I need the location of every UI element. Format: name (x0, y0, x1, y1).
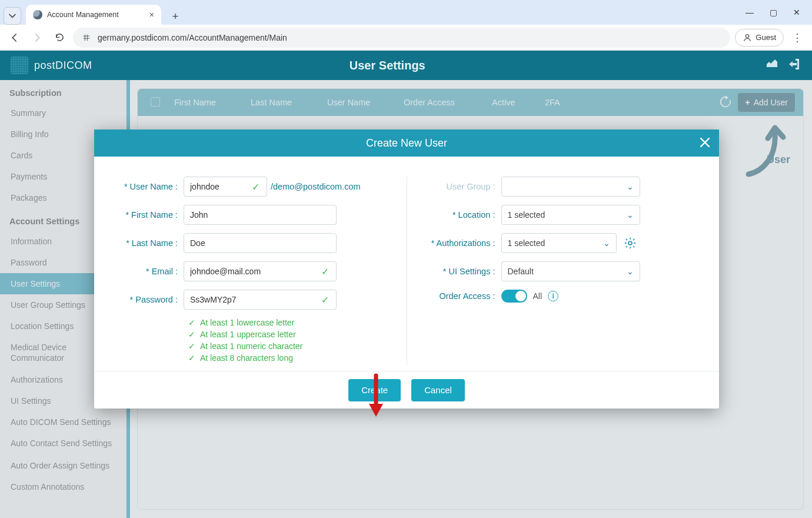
password-input[interactable] (184, 290, 337, 310)
window-controls: — ▢ ✕ (745, 8, 808, 17)
authorizations-value: 1 selected (508, 238, 545, 248)
app-header: postDICOM User Settings (0, 51, 812, 80)
create-user-modal: Create New User * User Name : ✓ /demo@po… (94, 130, 719, 409)
password-rule: ✓At least 1 lowercase letter (188, 318, 395, 327)
username-domain-suffix: /demo@postdicom.com (271, 182, 361, 191)
browser-menu-button[interactable]: ⋮ (788, 31, 806, 44)
close-window-button[interactable]: ✕ (792, 8, 801, 17)
modal-header: Create New User (94, 130, 719, 157)
password-rule: ✓At least 1 uppercase letter (188, 330, 395, 339)
check-icon: ✓ (321, 266, 332, 277)
forward-button[interactable] (28, 29, 46, 47)
password-rule-text: At least 1 numeric character (200, 341, 302, 351)
url-field[interactable]: germany.postdicom.com/AccountManagement/… (73, 28, 730, 48)
browser-tab-strip: Account Management × + — ▢ ✕ (0, 0, 812, 25)
check-icon: ✓ (188, 353, 195, 363)
modal-title: Create New User (366, 137, 447, 150)
authorizations-settings-button[interactable] (621, 234, 639, 252)
uisettings-value: Default (508, 267, 534, 276)
chevron-down-icon: ⌄ (603, 238, 610, 248)
modal-footer: Create Cancel (94, 371, 719, 409)
profile-guest-chip[interactable]: Guest (735, 29, 784, 47)
browser-tab[interactable]: Account Management × (26, 5, 161, 25)
favicon-icon (33, 10, 42, 19)
site-info-icon[interactable] (81, 32, 92, 43)
url-text: germany.postdicom.com/AccountManagement/… (98, 33, 287, 42)
check-icon: ✓ (252, 181, 262, 192)
maximize-button[interactable]: ▢ (768, 8, 778, 17)
password-rule-text: At least 1 uppercase letter (200, 330, 296, 339)
orderaccess-value: All (533, 291, 543, 301)
tabs-dropdown-button[interactable] (4, 7, 21, 25)
annotation-arrow-icon (366, 373, 386, 420)
email-input[interactable] (184, 261, 337, 281)
lastname-input[interactable] (184, 233, 337, 253)
reload-button[interactable] (51, 29, 68, 47)
logo-icon (11, 57, 28, 74)
check-icon: ✓ (188, 341, 195, 351)
upgrade-icon[interactable] (765, 57, 779, 74)
password-rule-text: At least 1 lowercase letter (200, 318, 294, 327)
guest-label: Guest (756, 33, 776, 42)
firstname-input[interactable] (184, 205, 337, 225)
chevron-down-icon: ⌄ (627, 182, 634, 191)
check-icon: ✓ (188, 318, 195, 327)
minimize-button[interactable]: — (745, 8, 754, 17)
page-title: User Settings (10, 59, 765, 72)
label-email: * Email : (118, 267, 184, 276)
label-password: * Password : (118, 295, 184, 304)
tab-title: Account Management (47, 11, 145, 19)
modal-close-button[interactable] (698, 135, 712, 150)
back-button[interactable] (6, 29, 24, 47)
chevron-down-icon: ⌄ (627, 267, 634, 276)
password-rule-text: At least 8 characters long (200, 353, 293, 363)
check-icon: ✓ (321, 294, 332, 306)
location-value: 1 selected (508, 210, 545, 220)
label-uisettings: * UI Settings : (419, 267, 501, 276)
location-select[interactable]: 1 selected ⌄ (501, 205, 640, 225)
info-icon[interactable]: i (548, 291, 558, 301)
svg-point-0 (746, 34, 749, 37)
usergroup-select[interactable]: ⌄ (501, 177, 640, 197)
password-rule: ✓At least 1 numeric character (188, 341, 395, 351)
tab-close-icon[interactable]: × (149, 10, 154, 19)
check-icon: ✓ (188, 330, 195, 339)
uisettings-select[interactable]: Default ⌄ (501, 261, 640, 281)
label-firstname: * First Name : (118, 210, 184, 220)
label-username: * User Name : (118, 182, 184, 191)
label-usergroup: User Group : (419, 182, 501, 191)
chevron-down-icon: ⌄ (627, 210, 634, 220)
cancel-button[interactable]: Cancel (411, 379, 465, 401)
address-bar: germany.postdicom.com/AccountManagement/… (0, 25, 812, 51)
label-location: * Location : (419, 210, 501, 220)
orderaccess-toggle[interactable] (501, 290, 527, 303)
label-lastname: * Last Name : (118, 238, 184, 248)
authorizations-select[interactable]: 1 selected ⌄ (501, 233, 617, 253)
new-tab-button[interactable]: + (167, 8, 184, 25)
label-authorizations: * Authorizations : (419, 238, 501, 248)
password-rule: ✓At least 8 characters long (188, 353, 395, 363)
label-orderaccess: Order Access : (419, 291, 501, 301)
exit-icon[interactable] (787, 57, 801, 74)
svg-point-1 (628, 241, 632, 245)
